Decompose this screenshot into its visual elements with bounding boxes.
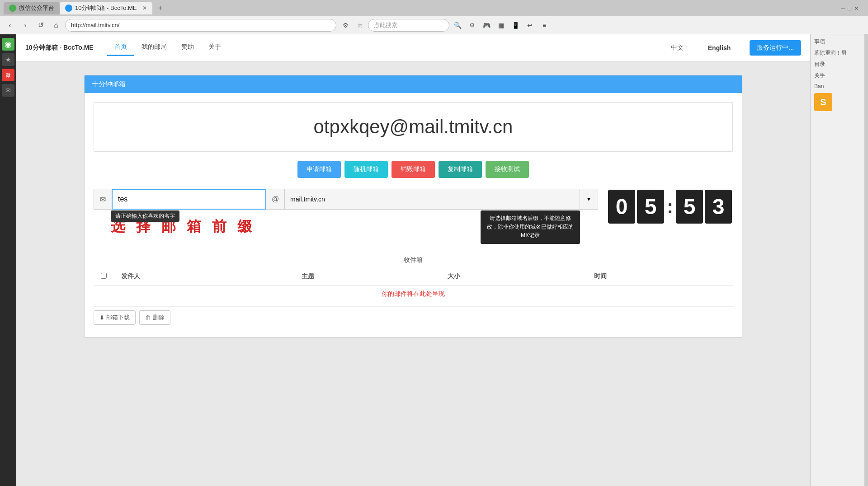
service-status-button[interactable]: 服务运行中... <box>750 40 801 56</box>
email-icon: ✉ <box>94 189 112 210</box>
grid-icon[interactable]: ▦ <box>495 19 507 32</box>
timer-digit-2: 5 <box>676 190 703 224</box>
tab-mail-label: 10分钟邮箱 - BccTo.ME <box>75 4 137 12</box>
search-box[interactable]: 点此搜索 <box>368 19 449 32</box>
window-close[interactable]: ✕ <box>854 5 859 12</box>
email-address: otpxkqey@mail.tmitv.cn <box>108 116 719 138</box>
window-minimize[interactable]: ─ <box>841 5 845 12</box>
menu-icon[interactable]: ≡ <box>538 19 551 32</box>
main-card: 十分钟邮箱 otpxkqey@mail.tmitv.cn 申请邮箱 随机邮箱 销… <box>84 75 742 338</box>
browser-tabs: 微信公众平台 10分钟邮箱 - BccTo.ME ✕ + ─ □ ✕ <box>0 0 868 16</box>
weixin-favicon <box>9 5 16 12</box>
delete-label: 删除 <box>153 313 165 322</box>
tab-weixin-label: 微信公众平台 <box>19 4 54 12</box>
card-header: 十分钟邮箱 <box>85 75 742 93</box>
nav-about[interactable]: 关于 <box>201 39 228 56</box>
new-tab-button[interactable]: + <box>154 2 167 14</box>
nav-sponsor[interactable]: 赞助 <box>174 39 201 56</box>
sidebar-star-icon[interactable]: ★ <box>2 53 14 66</box>
copy-mailbox-button[interactable]: 复制邮箱 <box>439 161 482 178</box>
address-bar[interactable]: http://mail.tmitv.cn/ <box>65 19 336 32</box>
home-button[interactable]: ⌂ <box>50 19 62 32</box>
timer-digits: 0 5 : 5 3 <box>607 189 733 224</box>
browser-toolbar: ‹ › ↺ ⌂ http://mail.tmitv.cn/ ⚙ ☆ 点此搜索 🔍… <box>0 16 868 34</box>
email-input-row: ✉ @ ▼ <box>94 189 598 210</box>
search-icon[interactable]: 🔍 <box>451 19 464 32</box>
s-icon: S <box>814 93 832 111</box>
page-wrapper: ◉ ★ 微 ✉ 10分钟邮箱 - BccTo.ME 首页 我的邮局 赞助 关于 … <box>0 34 868 486</box>
empty-message-text: 你的邮件将在此处呈现 <box>382 290 445 297</box>
select-all-checkbox[interactable] <box>101 273 107 279</box>
history-icon[interactable]: ↩ <box>524 19 536 32</box>
extensions-icon[interactable]: ⚙ <box>339 19 352 32</box>
inbox-toolbar: ⬇ 邮箱下载 🗑 删除 <box>94 306 733 328</box>
timer-digit-0: 0 <box>608 190 635 224</box>
timer-colon: : <box>665 196 675 218</box>
right-panel-item-1: 幕除重演！男 <box>814 49 861 57</box>
reload-button[interactable]: ↺ <box>34 19 47 32</box>
bookmark-icon[interactable]: ☆ <box>354 19 366 32</box>
main-content: 10分钟邮箱 - BccTo.ME 首页 我的邮局 赞助 关于 中文 Engli… <box>16 34 810 486</box>
action-buttons: 申请邮箱 随机邮箱 销毁邮箱 复制邮箱 接收测试 <box>94 161 733 178</box>
inbox-label: 收件箱 <box>94 256 733 264</box>
card-title: 十分钟邮箱 <box>92 80 126 88</box>
tab-weixin[interactable]: 微信公众平台 <box>4 2 60 14</box>
page-body: 十分钟邮箱 otpxkqey@mail.tmitv.cn 申请邮箱 随机邮箱 销… <box>16 61 810 351</box>
lang-zh-button[interactable]: 中文 <box>665 40 689 56</box>
site-nav: 首页 我的邮局 赞助 关于 <box>107 39 228 56</box>
nav-home[interactable]: 首页 <box>107 39 134 56</box>
destroy-mailbox-button[interactable]: 销毁邮箱 <box>392 161 435 178</box>
domain-tooltip: 请选择邮箱域名后缀，不能随意修改，除非你使用的域名已做好相应的MX记录 <box>481 210 580 244</box>
domain-tooltip-text: 请选择邮箱域名后缀，不能随意修改，除非你使用的域名已做好相应的MX记录 <box>487 215 574 238</box>
input-tooltip: 请正确输入你喜欢的名字 <box>111 210 179 222</box>
input-section: ✉ @ ▼ 请正确输入你喜欢的名字 选 择 邮 箱 前 <box>94 189 598 215</box>
sidebar-weibo-icon[interactable]: 微 <box>2 69 14 81</box>
domain-dropdown-button[interactable]: ▼ <box>580 189 598 210</box>
delete-icon: 🗑 <box>145 314 151 321</box>
download-button[interactable]: ⬇ 邮箱下载 <box>94 310 136 325</box>
domain-input[interactable] <box>284 189 580 210</box>
right-panel-item-3: 关手 <box>814 72 861 79</box>
forward-button[interactable]: › <box>19 19 32 32</box>
download-icon: ⬇ <box>99 314 104 321</box>
timer-section: 0 5 : 5 3 <box>607 189 733 224</box>
timer-digit-1: 5 <box>637 190 664 224</box>
receive-test-button[interactable]: 接收测试 <box>486 161 529 178</box>
site-logo: 10分钟邮箱 - BccTo.ME <box>25 44 94 52</box>
controller-icon[interactable]: 🎮 <box>480 19 493 32</box>
lang-en-button[interactable]: English <box>703 41 736 55</box>
tab-mail[interactable]: 10分钟邮箱 - BccTo.ME ✕ <box>60 2 152 14</box>
inbox-table: 发件人 主题 大小 时间 你的邮件将在此处呈现 <box>94 268 733 303</box>
nav-mymail[interactable]: 我的邮局 <box>134 39 174 56</box>
col-check <box>94 268 114 285</box>
more-tools-icon[interactable]: ⚙ <box>466 19 478 32</box>
col-sender: 发件人 <box>114 268 294 285</box>
sidebar-mail-icon[interactable]: ✉ <box>2 84 14 97</box>
timer-digit-3: 3 <box>705 190 732 224</box>
random-mailbox-button[interactable]: 随机邮箱 <box>344 161 388 178</box>
no-mail-message: 你的邮件将在此处呈现 <box>94 285 733 303</box>
phone-icon[interactable]: 📱 <box>509 19 522 32</box>
username-input[interactable] <box>112 189 266 210</box>
at-symbol: @ <box>266 189 284 210</box>
col-subject: 主题 <box>294 268 440 285</box>
right-panel-item-0: 事项 <box>814 38 861 46</box>
site-header: 10分钟邮箱 - BccTo.ME 首页 我的邮局 赞助 关于 中文 Engli… <box>16 34 810 61</box>
window-maximize[interactable]: □ <box>848 5 851 12</box>
right-panel-item-4: Ban <box>814 83 861 89</box>
download-label: 邮箱下载 <box>106 313 130 322</box>
tab-close-icon[interactable]: ✕ <box>142 5 147 11</box>
sidebar-logo-icon[interactable]: ◉ <box>2 38 14 51</box>
tooltip-text: 请正确输入你喜欢的名字 <box>115 213 175 219</box>
right-panel-item-2: 目录 <box>814 61 861 68</box>
email-display: otpxkqey@mail.tmitv.cn <box>94 102 733 152</box>
inbox-label-text: 收件箱 <box>404 256 423 263</box>
back-button[interactable]: ‹ <box>4 19 16 32</box>
card-body: otpxkqey@mail.tmitv.cn 申请邮箱 随机邮箱 销毁邮箱 复制… <box>85 93 742 337</box>
scrollbar[interactable] <box>864 34 868 486</box>
apply-mailbox-button[interactable]: 申请邮箱 <box>297 161 341 178</box>
input-timer-section: ✉ @ ▼ 请正确输入你喜欢的名字 选 择 邮 箱 前 <box>94 189 733 224</box>
right-panel: 事项 幕除重演！男 目录 关手 Ban S <box>810 34 864 486</box>
delete-button[interactable]: 🗑 删除 <box>139 310 170 325</box>
address-text: http://mail.tmitv.cn/ <box>71 22 119 28</box>
